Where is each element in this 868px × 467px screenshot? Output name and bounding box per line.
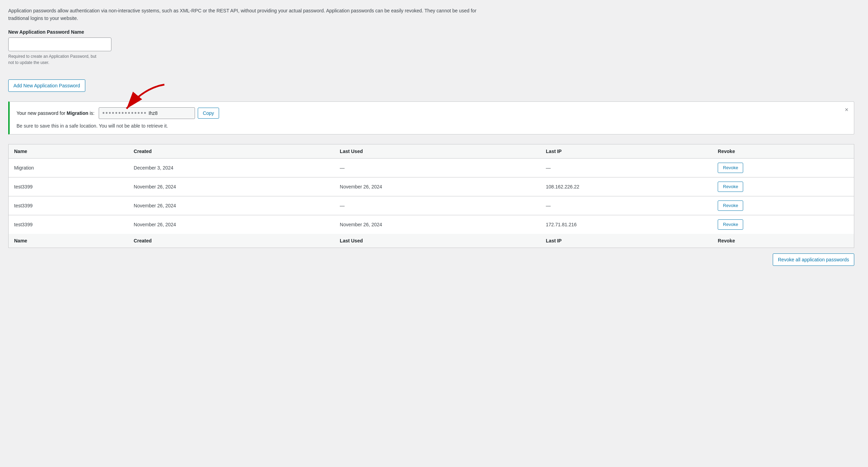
safe-save-text: Be sure to save this in a safe location.… xyxy=(17,123,847,129)
table-header-row: Name Created Last Used Last IP Revoke xyxy=(9,144,854,158)
bottom-footer: Revoke all application passwords xyxy=(8,253,854,266)
col-header-revoke: Revoke xyxy=(712,144,854,158)
revoke-button[interactable]: Revoke xyxy=(718,182,743,192)
cell-created: December 3, 2024 xyxy=(128,158,334,177)
notification-box: Your new password for Migration is: ••••… xyxy=(8,101,854,134)
table-row: test3399November 26, 2024November 26, 20… xyxy=(9,177,854,196)
password-field-wrapper: •••••••••••••• Ihz8 Copy xyxy=(99,107,219,119)
col-footer-created: Created xyxy=(128,234,334,248)
notification-label: Your new password for Migration is: xyxy=(17,110,95,116)
cell-last-ip: 108.162.226.22 xyxy=(540,177,712,196)
cell-created: November 26, 2024 xyxy=(128,177,334,196)
col-footer-revoke: Revoke xyxy=(712,234,854,248)
col-header-created: Created xyxy=(128,144,334,158)
cell-name: Migration xyxy=(9,158,128,177)
add-new-password-button[interactable]: Add New Application Password xyxy=(8,79,85,92)
cell-name: test3399 xyxy=(9,215,128,234)
col-footer-last-used: Last Used xyxy=(334,234,540,248)
revoke-all-button[interactable]: Revoke all application passwords xyxy=(773,253,854,266)
field-description: Required to create an Application Passwo… xyxy=(8,53,854,66)
table-row: MigrationDecember 3, 2024——Revoke xyxy=(9,158,854,177)
form-section: New Application Password Name Required t… xyxy=(8,29,854,66)
passwords-table: Name Created Last Used Last IP Revoke Mi… xyxy=(8,144,854,248)
table-row: test3399November 26, 2024——Revoke xyxy=(9,196,854,215)
col-footer-last-ip: Last IP xyxy=(540,234,712,248)
cell-last-used: November 26, 2024 xyxy=(334,215,540,234)
cell-last-ip: 172.71.81.216 xyxy=(540,215,712,234)
cell-last-ip: — xyxy=(540,158,712,177)
cell-revoke: Revoke xyxy=(712,215,854,234)
password-name-label: New Application Password Name xyxy=(8,29,854,35)
password-display: •••••••••••••• Ihz8 xyxy=(99,107,195,119)
cell-last-used: — xyxy=(334,158,540,177)
cell-revoke: Revoke xyxy=(712,158,854,177)
close-notification-button[interactable]: × xyxy=(844,106,849,113)
table-footer-row: Name Created Last Used Last IP Revoke xyxy=(9,234,854,248)
notification-wrapper: Your new password for Migration is: ••••… xyxy=(8,101,854,134)
cell-name: test3399 xyxy=(9,177,128,196)
cell-created: November 26, 2024 xyxy=(128,215,334,234)
cell-revoke: Revoke xyxy=(712,196,854,215)
password-name-input[interactable] xyxy=(8,37,111,51)
revoke-button[interactable]: Revoke xyxy=(718,219,743,230)
cell-name: test3399 xyxy=(9,196,128,215)
col-header-last-ip: Last IP xyxy=(540,144,712,158)
page-container: Application passwords allow authenticati… xyxy=(8,7,854,266)
copy-button[interactable]: Copy xyxy=(198,108,219,119)
cell-last-used: November 26, 2024 xyxy=(334,177,540,196)
cell-last-ip: — xyxy=(540,196,712,215)
password-suffix: Ihz8 xyxy=(149,110,158,116)
col-header-name: Name xyxy=(9,144,128,158)
table-row: test3399November 26, 2024November 26, 20… xyxy=(9,215,854,234)
cell-created: November 26, 2024 xyxy=(128,196,334,215)
col-header-last-used: Last Used xyxy=(334,144,540,158)
notification-row: Your new password for Migration is: ••••… xyxy=(17,107,847,119)
revoke-button[interactable]: Revoke xyxy=(718,200,743,211)
description-text: Application passwords allow authenticati… xyxy=(8,7,490,22)
cell-revoke: Revoke xyxy=(712,177,854,196)
col-footer-name: Name xyxy=(9,234,128,248)
password-masked: •••••••••••••• xyxy=(102,109,147,117)
cell-last-used: — xyxy=(334,196,540,215)
revoke-button[interactable]: Revoke xyxy=(718,163,743,173)
